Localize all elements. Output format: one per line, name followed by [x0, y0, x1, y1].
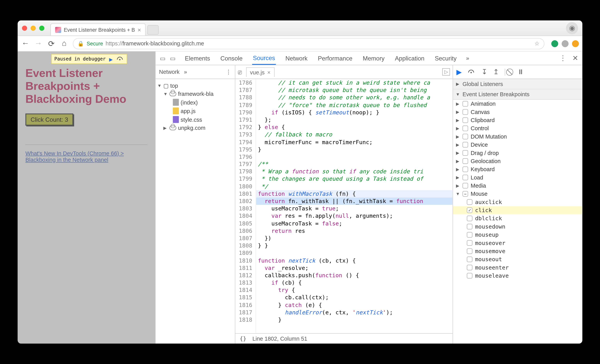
bp-category[interactable]: ▶Animation	[453, 100, 582, 108]
bp-event[interactable]: mouseenter	[453, 263, 582, 272]
step-into-icon[interactable]: ↧	[481, 68, 487, 76]
code-area[interactable]: 1786178717881789179017911792179317941795…	[235, 79, 453, 333]
checkbox[interactable]	[463, 142, 468, 148]
bp-event[interactable]: auxclick	[453, 198, 582, 206]
checkbox[interactable]	[463, 166, 468, 172]
profile-icon[interactable]: ◉	[566, 22, 578, 34]
devtools-tab-elements[interactable]: Elements	[184, 51, 211, 65]
pretty-print-icon[interactable]: {}	[240, 335, 246, 342]
window-close-icon[interactable]	[22, 25, 27, 30]
tabs-overflow-icon[interactable]: »	[466, 55, 469, 61]
tab-close-icon[interactable]: ×	[137, 26, 141, 33]
extension-icon[interactable]	[572, 40, 579, 47]
bp-category[interactable]: ▶Control	[453, 124, 582, 132]
close-tab-icon[interactable]: ×	[267, 69, 271, 75]
bp-event[interactable]: mousedown	[453, 223, 582, 231]
run-snippet-icon[interactable]: ▷	[442, 68, 450, 75]
device-toggle-icon[interactable]: ▭	[170, 55, 176, 62]
pause-on-exceptions-icon[interactable]: ⏸	[517, 68, 524, 76]
devtools-tab-security[interactable]: Security	[434, 51, 458, 65]
bp-category[interactable]: ▶Load	[453, 173, 582, 182]
step-over-icon[interactable]	[468, 68, 475, 76]
bp-category[interactable]: ▶Drag / drop	[453, 149, 582, 157]
tree-row[interactable]: ▶ unpkg.com	[157, 124, 233, 132]
checkbox[interactable]	[463, 126, 468, 131]
bp-event[interactable]: mouseup	[453, 231, 582, 239]
checkbox[interactable]	[467, 257, 472, 262]
devtools-tab-sources[interactable]: Sources	[252, 51, 276, 65]
forward-icon[interactable]: →	[34, 39, 43, 48]
navigator-menu-icon[interactable]: ⋮	[226, 69, 231, 75]
devtools-tab-memory[interactable]: Memory	[362, 51, 385, 65]
devtools-tab-network[interactable]: Network	[284, 51, 308, 65]
devtools-close-icon[interactable]: ✕	[572, 54, 578, 62]
checkbox[interactable]	[467, 208, 472, 213]
accordion-event-listener-breakpoints[interactable]: ▼ Event Listener Breakpoints	[453, 90, 582, 100]
checkbox[interactable]	[463, 101, 468, 107]
bp-event[interactable]: mouseout	[453, 255, 582, 263]
checkbox[interactable]	[467, 248, 472, 254]
devtools-tab-performance[interactable]: Performance	[317, 51, 353, 65]
checkbox[interactable]	[467, 232, 472, 238]
resume-icon[interactable]: ▶	[456, 68, 462, 76]
tree-row[interactable]: ▼ framework-bla	[157, 90, 233, 98]
checkbox[interactable]	[467, 265, 472, 270]
bp-category[interactable]: ▶Device	[453, 141, 582, 149]
frame-icon: ▢	[163, 82, 169, 89]
checkbox[interactable]	[463, 150, 468, 156]
checkbox[interactable]	[467, 216, 472, 221]
home-icon[interactable]: ⌂	[60, 39, 69, 48]
new-tab-button[interactable]	[148, 25, 159, 34]
bp-category[interactable]: ▶Keyboard	[453, 165, 582, 173]
navigator-overflow-icon[interactable]: »	[184, 69, 187, 75]
reload-icon[interactable]: ⟳	[47, 39, 56, 48]
page-link[interactable]: What's New In DevTools (Chrome 66) > Bla…	[25, 150, 147, 163]
devtools-tab-application[interactable]: Application	[394, 51, 425, 65]
checkbox[interactable]	[467, 199, 472, 205]
checkbox[interactable]	[467, 224, 472, 229]
checkbox[interactable]	[463, 191, 468, 197]
extension-icon[interactable]	[551, 40, 558, 47]
bp-event[interactable]: mousemove	[453, 247, 582, 255]
checkbox[interactable]	[463, 109, 468, 115]
checkbox[interactable]	[463, 183, 468, 188]
bp-category[interactable]: ▶Canvas	[453, 108, 582, 116]
accordion-global-listeners[interactable]: ▶ Global Listeners	[453, 79, 582, 90]
tree-file[interactable]: style.css	[157, 115, 233, 124]
bp-event[interactable]: mouseleave	[453, 272, 582, 280]
overlay-step-icon[interactable]	[116, 55, 124, 63]
browser-tab[interactable]: Event Listener Breakpoints + B ×	[50, 23, 146, 35]
checkbox[interactable]	[463, 134, 468, 139]
toggle-nav-icon[interactable]: ⎚	[238, 68, 242, 75]
devtools-tab-console[interactable]: Console	[220, 51, 243, 65]
bp-category[interactable]: ▼Mouse	[453, 190, 582, 198]
bp-category[interactable]: ▶Media	[453, 182, 582, 190]
step-out-icon[interactable]: ↥	[493, 68, 499, 76]
bookmark-star-icon[interactable]: ☆	[534, 40, 540, 46]
devtools-menu-icon[interactable]: ⋮	[559, 54, 566, 62]
tree-row[interactable]: ▼ ▢ top	[157, 82, 233, 90]
checkbox[interactable]	[463, 175, 468, 180]
bp-category[interactable]: ▶DOM Mutation	[453, 133, 582, 141]
checkbox[interactable]	[467, 240, 472, 246]
extension-icon[interactable]	[562, 40, 569, 47]
click-count-button[interactable]: Click Count: 3	[25, 113, 73, 125]
bp-event[interactable]: mouseover	[453, 239, 582, 247]
window-zoom-icon[interactable]	[39, 25, 45, 30]
bp-event[interactable]: click	[453, 206, 582, 214]
tree-file[interactable]: app.js	[157, 107, 233, 115]
bp-category[interactable]: ▶Clipboard	[453, 116, 582, 124]
checkbox[interactable]	[463, 118, 468, 123]
back-icon[interactable]: ←	[21, 39, 30, 48]
checkbox[interactable]	[463, 158, 468, 164]
bp-event[interactable]: dblclick	[453, 214, 582, 222]
window-minimize-icon[interactable]	[30, 25, 36, 30]
tree-file[interactable]: (index)	[157, 98, 233, 107]
checkbox[interactable]	[467, 273, 472, 279]
overlay-resume-icon[interactable]: ▶	[109, 55, 113, 62]
editor-tab[interactable]: vue.js ×	[246, 67, 274, 77]
bp-category[interactable]: ▶Geolocation	[453, 157, 582, 165]
navigator-tab[interactable]: Network	[159, 69, 179, 75]
omnibox[interactable]: 🔒 Secure https://framework-blackboxing.g…	[73, 38, 544, 49]
inspect-icon[interactable]: ▭	[160, 55, 166, 62]
